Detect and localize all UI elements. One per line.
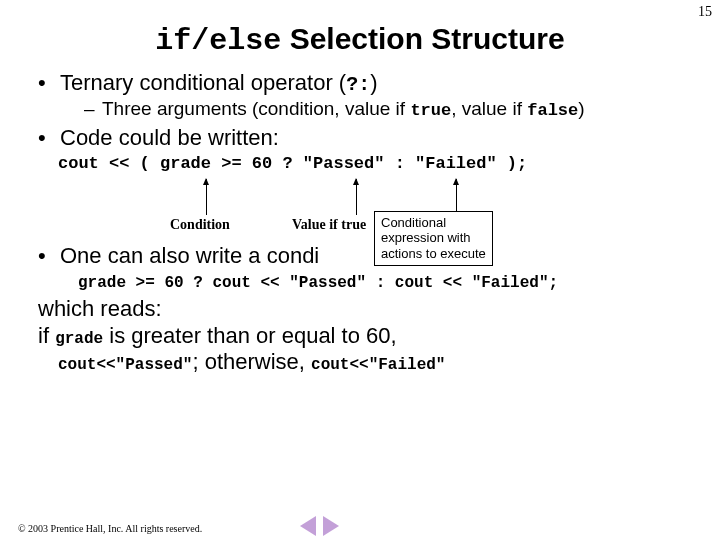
arrow-true	[356, 179, 357, 215]
label-condition: Condition	[170, 217, 230, 233]
r2-pre: if	[38, 323, 55, 348]
callout-line1: Conditional	[381, 215, 486, 231]
label-value-true: Value if true	[292, 217, 366, 233]
callout-line2: expression with	[381, 230, 486, 246]
reads-line1: which reads:	[38, 296, 720, 322]
code-example-2: grade >= 60 ? cout << "Passed" : cout <<…	[78, 274, 720, 292]
reads-line3: cout<<"Passed"; otherwise, cout<<"Failed…	[38, 349, 720, 375]
s1-mid: , value if	[451, 98, 527, 119]
bullet3-area: One can also write a conditional express…	[38, 243, 700, 268]
bullet-ternary: Ternary conditional operator (?:) Three …	[38, 70, 700, 121]
title-code: if/else	[155, 24, 281, 58]
r2-post: is greater than or equal to 60,	[103, 323, 397, 348]
slide-title: if/else Selection Structure	[0, 22, 720, 58]
s1-c2: false	[527, 101, 578, 120]
s1-post: )	[578, 98, 584, 119]
s1-c1: true	[410, 101, 451, 120]
b1-pre: Ternary conditional operator (	[60, 70, 346, 95]
arrow-false	[456, 179, 457, 215]
content-area: Ternary conditional operator (?:) Three …	[38, 70, 700, 150]
callout-box: Conditional expression with actions to e…	[374, 211, 493, 266]
code-example-1: cout << ( grade >= 60 ? "Passed" : "Fail…	[58, 154, 720, 173]
sub-three-args: Three arguments (condition, value if tru…	[84, 98, 700, 121]
r3-mid: ; otherwise,	[192, 349, 311, 374]
b3-pre: One can also write a condi	[60, 243, 319, 268]
b1-code: ?:	[346, 73, 370, 96]
arrow-condition	[206, 179, 207, 215]
bullet-also-write: One can also write a conditional express…	[38, 243, 700, 268]
b1-post: )	[370, 70, 377, 95]
copyright-footer: © 2003 Prentice Hall, Inc. All rights re…	[18, 523, 708, 534]
r3-c1: cout<<"Passed"	[58, 356, 192, 374]
bullet-code-written: Code could be written:	[38, 125, 700, 150]
page-number: 15	[698, 4, 712, 20]
reads-line2: if grade is greater than or equal to 60,	[38, 323, 720, 349]
r2-code: grade	[55, 330, 103, 348]
r3-c2: cout<<"Failed"	[311, 356, 445, 374]
title-rest: Selection Structure	[281, 22, 564, 55]
next-slide-button[interactable]	[323, 516, 339, 536]
reads-block: which reads: if grade is greater than or…	[38, 296, 720, 375]
nav-buttons	[300, 516, 339, 536]
callout-line3: actions to execute	[381, 246, 486, 262]
s1-pre: Three arguments (condition, value if	[102, 98, 410, 119]
prev-slide-button[interactable]	[300, 516, 316, 536]
